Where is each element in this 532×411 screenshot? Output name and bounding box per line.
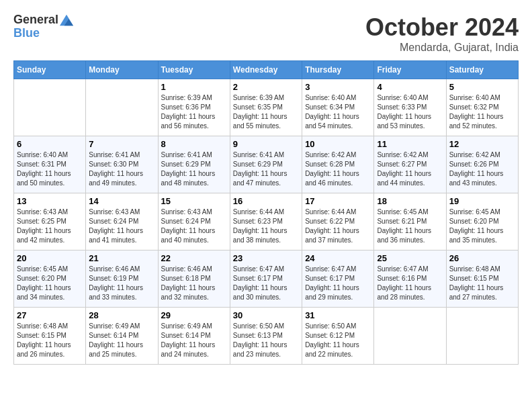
calendar-week-row: 6Sunrise: 6:40 AM Sunset: 6:31 PM Daylig… xyxy=(14,136,519,193)
calendar-day-header: Friday xyxy=(374,61,446,79)
day-number: 23 xyxy=(233,253,299,263)
day-number: 19 xyxy=(449,196,515,206)
calendar-cell: 26Sunrise: 6:48 AM Sunset: 6:15 PM Dayli… xyxy=(446,250,518,308)
day-number: 1 xyxy=(161,82,227,92)
day-info: Sunrise: 6:48 AM Sunset: 6:15 PM Dayligh… xyxy=(17,322,83,359)
calendar-cell: 5Sunrise: 6:40 AM Sunset: 6:32 PM Daylig… xyxy=(446,79,518,136)
title-section: October 2024 Mendarda, Gujarat, India xyxy=(365,13,519,54)
day-number: 28 xyxy=(89,310,154,320)
day-info: Sunrise: 6:49 AM Sunset: 6:14 PM Dayligh… xyxy=(161,322,227,359)
calendar-cell: 25Sunrise: 6:47 AM Sunset: 6:16 PM Dayli… xyxy=(374,250,446,308)
day-info: Sunrise: 6:42 AM Sunset: 6:28 PM Dayligh… xyxy=(305,150,371,188)
calendar-cell: 1Sunrise: 6:39 AM Sunset: 6:36 PM Daylig… xyxy=(158,79,230,136)
calendar-cell xyxy=(446,308,518,365)
calendar-cell: 15Sunrise: 6:43 AM Sunset: 6:24 PM Dayli… xyxy=(158,193,230,250)
calendar-cell: 24Sunrise: 6:47 AM Sunset: 6:17 PM Dayli… xyxy=(302,250,374,308)
calendar-header-row: SundayMondayTuesdayWednesdayThursdayFrid… xyxy=(14,61,519,79)
day-number: 7 xyxy=(89,139,154,149)
day-number: 3 xyxy=(305,82,371,92)
day-number: 13 xyxy=(17,196,83,206)
day-number: 22 xyxy=(161,253,227,263)
calendar-cell: 13Sunrise: 6:43 AM Sunset: 6:25 PM Dayli… xyxy=(14,193,86,250)
day-number: 15 xyxy=(161,196,227,206)
day-info: Sunrise: 6:46 AM Sunset: 6:19 PM Dayligh… xyxy=(89,265,154,302)
day-info: Sunrise: 6:42 AM Sunset: 6:27 PM Dayligh… xyxy=(377,150,443,188)
day-number: 30 xyxy=(233,310,299,320)
calendar-table: SundayMondayTuesdayWednesdayThursdayFrid… xyxy=(13,60,519,365)
calendar-cell: 7Sunrise: 6:41 AM Sunset: 6:30 PM Daylig… xyxy=(86,136,158,193)
calendar-cell xyxy=(86,79,158,136)
day-number: 9 xyxy=(233,139,299,149)
day-info: Sunrise: 6:47 AM Sunset: 6:17 PM Dayligh… xyxy=(305,265,371,302)
calendar-cell: 22Sunrise: 6:46 AM Sunset: 6:18 PM Dayli… xyxy=(158,250,230,308)
calendar-week-row: 13Sunrise: 6:43 AM Sunset: 6:25 PM Dayli… xyxy=(14,193,519,250)
day-number: 31 xyxy=(305,310,371,320)
calendar-cell: 28Sunrise: 6:49 AM Sunset: 6:14 PM Dayli… xyxy=(86,308,158,365)
day-number: 29 xyxy=(161,310,227,320)
calendar-cell: 30Sunrise: 6:50 AM Sunset: 6:13 PM Dayli… xyxy=(230,308,302,365)
day-info: Sunrise: 6:41 AM Sunset: 6:30 PM Dayligh… xyxy=(89,150,154,188)
day-number: 25 xyxy=(377,253,443,263)
calendar-cell: 12Sunrise: 6:42 AM Sunset: 6:26 PM Dayli… xyxy=(446,136,518,193)
calendar-cell xyxy=(374,308,446,365)
calendar-day-header: Sunday xyxy=(14,61,86,79)
calendar-cell: 10Sunrise: 6:42 AM Sunset: 6:28 PM Dayli… xyxy=(302,136,374,193)
day-number: 6 xyxy=(17,139,83,149)
day-info: Sunrise: 6:39 AM Sunset: 6:36 PM Dayligh… xyxy=(161,93,227,131)
day-info: Sunrise: 6:47 AM Sunset: 6:16 PM Dayligh… xyxy=(377,265,443,302)
day-info: Sunrise: 6:49 AM Sunset: 6:14 PM Dayligh… xyxy=(89,322,154,359)
calendar-week-row: 1Sunrise: 6:39 AM Sunset: 6:36 PM Daylig… xyxy=(14,79,519,136)
day-info: Sunrise: 6:41 AM Sunset: 6:29 PM Dayligh… xyxy=(233,150,299,188)
page-header: General Blue October 2024 Mendarda, Guja… xyxy=(13,13,519,54)
day-info: Sunrise: 6:48 AM Sunset: 6:15 PM Dayligh… xyxy=(449,265,515,302)
calendar-cell: 16Sunrise: 6:44 AM Sunset: 6:23 PM Dayli… xyxy=(230,193,302,250)
calendar-cell: 23Sunrise: 6:47 AM Sunset: 6:17 PM Dayli… xyxy=(230,250,302,308)
day-number: 24 xyxy=(305,253,371,263)
day-number: 4 xyxy=(377,82,443,92)
calendar-week-row: 27Sunrise: 6:48 AM Sunset: 6:15 PM Dayli… xyxy=(14,308,519,365)
calendar-cell: 17Sunrise: 6:44 AM Sunset: 6:22 PM Dayli… xyxy=(302,193,374,250)
calendar-cell xyxy=(14,79,86,136)
calendar-day-header: Saturday xyxy=(446,61,518,79)
calendar-cell: 19Sunrise: 6:45 AM Sunset: 6:20 PM Dayli… xyxy=(446,193,518,250)
calendar-cell: 21Sunrise: 6:46 AM Sunset: 6:19 PM Dayli… xyxy=(86,250,158,308)
day-number: 11 xyxy=(377,139,443,149)
day-info: Sunrise: 6:39 AM Sunset: 6:35 PM Dayligh… xyxy=(233,93,299,131)
calendar-cell: 9Sunrise: 6:41 AM Sunset: 6:29 PM Daylig… xyxy=(230,136,302,193)
calendar-day-header: Thursday xyxy=(302,61,374,79)
day-info: Sunrise: 6:43 AM Sunset: 6:25 PM Dayligh… xyxy=(17,208,83,245)
day-info: Sunrise: 6:45 AM Sunset: 6:20 PM Dayligh… xyxy=(449,208,515,245)
calendar-cell: 29Sunrise: 6:49 AM Sunset: 6:14 PM Dayli… xyxy=(158,308,230,365)
day-number: 26 xyxy=(449,253,515,263)
day-number: 16 xyxy=(233,196,299,206)
calendar-cell: 3Sunrise: 6:40 AM Sunset: 6:34 PM Daylig… xyxy=(302,79,374,136)
calendar-cell: 27Sunrise: 6:48 AM Sunset: 6:15 PM Dayli… xyxy=(14,308,86,365)
day-info: Sunrise: 6:40 AM Sunset: 6:31 PM Dayligh… xyxy=(17,150,83,188)
day-number: 2 xyxy=(233,82,299,92)
calendar-week-row: 20Sunrise: 6:45 AM Sunset: 6:20 PM Dayli… xyxy=(14,250,519,308)
logo-icon xyxy=(60,13,73,27)
day-info: Sunrise: 6:42 AM Sunset: 6:26 PM Dayligh… xyxy=(449,150,515,188)
day-info: Sunrise: 6:40 AM Sunset: 6:32 PM Dayligh… xyxy=(449,93,515,131)
day-info: Sunrise: 6:45 AM Sunset: 6:21 PM Dayligh… xyxy=(377,208,443,245)
day-info: Sunrise: 6:46 AM Sunset: 6:18 PM Dayligh… xyxy=(161,265,227,302)
logo: General Blue xyxy=(13,13,73,40)
calendar-cell: 6Sunrise: 6:40 AM Sunset: 6:31 PM Daylig… xyxy=(14,136,86,193)
calendar-cell: 2Sunrise: 6:39 AM Sunset: 6:35 PM Daylig… xyxy=(230,79,302,136)
day-info: Sunrise: 6:43 AM Sunset: 6:24 PM Dayligh… xyxy=(89,208,154,245)
day-info: Sunrise: 6:40 AM Sunset: 6:33 PM Dayligh… xyxy=(377,93,443,131)
day-info: Sunrise: 6:44 AM Sunset: 6:23 PM Dayligh… xyxy=(233,208,299,245)
calendar-cell: 18Sunrise: 6:45 AM Sunset: 6:21 PM Dayli… xyxy=(374,193,446,250)
calendar-day-header: Tuesday xyxy=(158,61,230,79)
day-number: 27 xyxy=(17,310,83,320)
calendar-day-header: Wednesday xyxy=(230,61,302,79)
day-info: Sunrise: 6:50 AM Sunset: 6:12 PM Dayligh… xyxy=(305,322,371,359)
day-number: 17 xyxy=(305,196,371,206)
day-number: 20 xyxy=(17,253,83,263)
calendar-cell: 11Sunrise: 6:42 AM Sunset: 6:27 PM Dayli… xyxy=(374,136,446,193)
day-info: Sunrise: 6:50 AM Sunset: 6:13 PM Dayligh… xyxy=(233,322,299,359)
day-info: Sunrise: 6:44 AM Sunset: 6:22 PM Dayligh… xyxy=(305,208,371,245)
day-number: 10 xyxy=(305,139,371,149)
day-number: 21 xyxy=(89,253,154,263)
day-info: Sunrise: 6:41 AM Sunset: 6:29 PM Dayligh… xyxy=(161,150,227,188)
